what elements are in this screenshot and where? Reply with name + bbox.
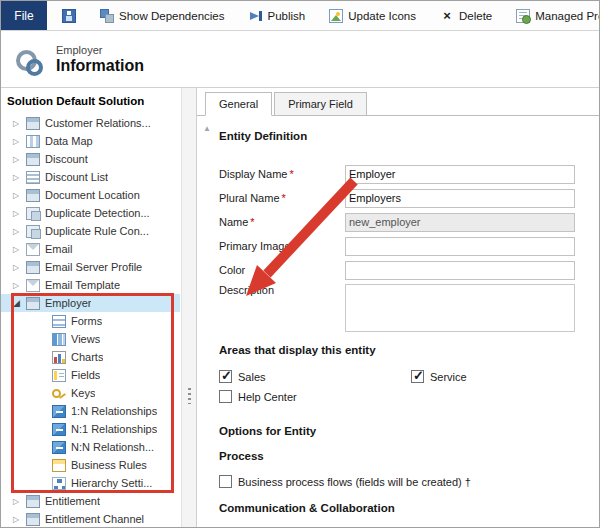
key-icon: [52, 387, 66, 400]
expand-closed-icon[interactable]: ▷: [13, 191, 26, 200]
required-asterisk: *: [289, 168, 293, 180]
tree-item-customer-relations[interactable]: ▷Customer Relations...: [1, 114, 180, 132]
tree-item-1-n-relationships[interactable]: 1:N Relationships: [1, 402, 180, 420]
tree-item-email[interactable]: ▷Email: [1, 240, 180, 258]
dependencies-icon: [100, 9, 114, 23]
tree-item-employer[interactable]: ◢Employer: [1, 294, 180, 312]
mail-icon: [26, 243, 40, 256]
expand-open-icon[interactable]: ◢: [13, 298, 26, 308]
expand-closed-icon[interactable]: ▷: [13, 137, 26, 146]
tree-item-label: Email Server Profile: [45, 261, 142, 273]
expand-closed-icon[interactable]: ▷: [13, 515, 26, 524]
entity-definition-heading: Entity Definition: [219, 130, 589, 142]
service-checkbox[interactable]: [411, 370, 424, 383]
sales-option: Sales: [219, 370, 411, 383]
header-entity-name: Employer: [56, 44, 144, 56]
business-process-flows-checkbox[interactable]: [219, 475, 232, 488]
tree-item-email-template[interactable]: ▷Email Template: [1, 276, 180, 294]
tree-item-duplicate-rule-con[interactable]: ▷Duplicate Rule Con...: [1, 222, 180, 240]
toolbar-button-label: Delete: [459, 10, 492, 22]
sidebar-scrollbar[interactable]: [181, 88, 196, 527]
show-dependencies-button[interactable]: Show Dependencies: [91, 1, 234, 30]
solution-explorer-sidebar: Solution Default Solution ▷Customer Rela…: [1, 88, 197, 527]
display-name-input[interactable]: [345, 165, 575, 184]
tree-item-views[interactable]: Views: [1, 330, 180, 348]
expand-closed-icon[interactable]: ▷: [13, 119, 26, 128]
form-row-color: Color: [219, 260, 589, 280]
color-input[interactable]: [345, 261, 575, 280]
field-label: Color: [219, 264, 345, 276]
expand-closed-icon[interactable]: ▷: [13, 497, 26, 506]
checkbox-label: Business process flows (fields will be c…: [238, 476, 471, 488]
expand-closed-icon[interactable]: ▷: [13, 263, 26, 272]
entity-icon: [26, 297, 40, 310]
tree-item-forms[interactable]: Forms: [1, 312, 180, 330]
description-input[interactable]: [345, 284, 575, 332]
sidebar-scrollbar-grip[interactable]: [188, 388, 191, 404]
update-icons-icon: [329, 9, 343, 23]
entity-icon: [26, 495, 40, 508]
tree-item-n-n-relationsh[interactable]: N:N Relationsh...: [1, 438, 180, 456]
required-asterisk: *: [282, 192, 286, 204]
plural-name-input[interactable]: [345, 189, 575, 208]
options-heading: Options for Entity: [219, 425, 589, 437]
form-row-primary-image: Primary Image: [219, 236, 589, 256]
expand-closed-icon[interactable]: ▷: [13, 209, 26, 218]
hier-icon: [52, 477, 66, 490]
solution-title: Solution Default Solution: [1, 88, 196, 111]
expand-closed-icon[interactable]: ▷: [13, 227, 26, 236]
tree-item-hierarchy-setti[interactable]: Hierarchy Setti...: [1, 474, 180, 492]
tree-item-discount[interactable]: ▷Discount: [1, 150, 180, 168]
tree-item-entitlement[interactable]: ▷Entitlement: [1, 492, 180, 510]
tree-item-fields[interactable]: Fields: [1, 366, 180, 384]
tree-item-business-rules[interactable]: Business Rules: [1, 456, 180, 474]
form-icon: [52, 315, 66, 328]
tab-strip: GeneralPrimary Field: [197, 88, 599, 116]
tree-item-label: Document Location: [45, 189, 140, 201]
tree-item-label: Entitlement: [45, 495, 100, 507]
tree-item-document-location[interactable]: ▷Document Location: [1, 186, 180, 204]
tree-item-entitlement-channel[interactable]: ▷Entitlement Channel: [1, 510, 180, 527]
tree-item-label: Hierarchy Setti...: [71, 477, 152, 489]
entity-gears-icon: [15, 48, 45, 78]
tree-item-label: Duplicate Detection...: [45, 207, 150, 219]
expand-closed-icon[interactable]: ▷: [13, 155, 26, 164]
managed-properties-button[interactable]: Managed Prop: [507, 1, 599, 30]
tab-general[interactable]: General: [205, 92, 272, 116]
entity-icon: [26, 261, 40, 274]
tree-item-data-map[interactable]: ▷Data Map: [1, 132, 180, 150]
tree-item-email-server-profile[interactable]: ▷Email Server Profile: [1, 258, 180, 276]
help-center-checkbox[interactable]: [219, 390, 232, 403]
tree-item-discount-list[interactable]: ▷Discount List: [1, 168, 180, 186]
checkbox-label: Sales: [238, 371, 266, 383]
tree-item-charts[interactable]: Charts: [1, 348, 180, 366]
rel-icon: [52, 441, 66, 454]
mail-icon: [26, 279, 40, 292]
rules-icon: [52, 459, 66, 472]
publish-icon: [249, 9, 263, 23]
areas-checkbox-group: SalesServiceHelp Center: [219, 370, 589, 403]
tree-item-duplicate-detection[interactable]: ▷Duplicate Detection...: [1, 204, 180, 222]
file-menu-button[interactable]: File: [1, 1, 47, 30]
tree-item-keys[interactable]: Keys: [1, 384, 180, 402]
tree-item-label: Customer Relations...: [45, 117, 151, 129]
sales-checkbox[interactable]: [219, 370, 232, 383]
primary-image-input[interactable]: [345, 237, 575, 256]
save-button[interactable]: [53, 1, 85, 30]
publish-button[interactable]: Publish: [240, 1, 315, 30]
required-asterisk: *: [250, 216, 254, 228]
tree-item-label: Keys: [71, 387, 95, 399]
expand-closed-icon[interactable]: ▷: [13, 245, 26, 254]
toolbar: File Show DependenciesPublishUpdate Icon…: [1, 1, 599, 31]
tree-item-label: 1:N Relationships: [71, 405, 157, 417]
form-row-display-name: Display Name*: [219, 164, 589, 184]
tree-item-label: N:1 Relationships: [71, 423, 157, 435]
update-icons-button[interactable]: Update Icons: [320, 1, 425, 30]
delete-button[interactable]: ×Delete: [431, 1, 501, 30]
expand-closed-icon[interactable]: ▷: [13, 173, 26, 182]
delete-icon: ×: [440, 9, 454, 23]
expand-closed-icon[interactable]: ▷: [13, 281, 26, 290]
tab-primary-field[interactable]: Primary Field: [274, 92, 367, 116]
dup-icon: [26, 225, 40, 238]
tree-item-n-1-relationships[interactable]: N:1 Relationships: [1, 420, 180, 438]
